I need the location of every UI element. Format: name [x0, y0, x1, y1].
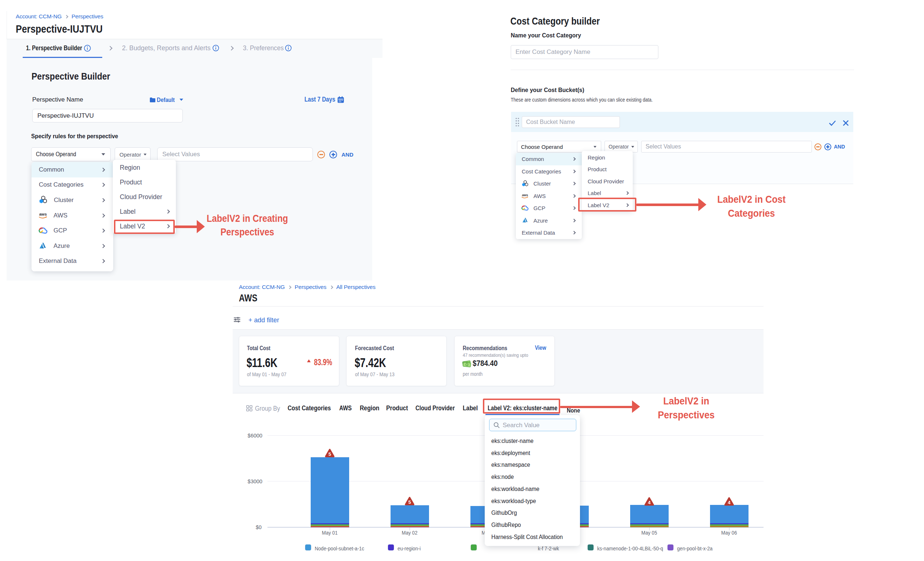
svg-text:5: 5	[328, 451, 331, 457]
svg-text:aws: aws	[522, 193, 528, 197]
svg-text:5: 5	[408, 499, 411, 505]
svg-text:4: 4	[728, 500, 730, 505]
svg-text:aws: aws	[39, 212, 47, 217]
svg-text:4: 4	[648, 500, 651, 505]
